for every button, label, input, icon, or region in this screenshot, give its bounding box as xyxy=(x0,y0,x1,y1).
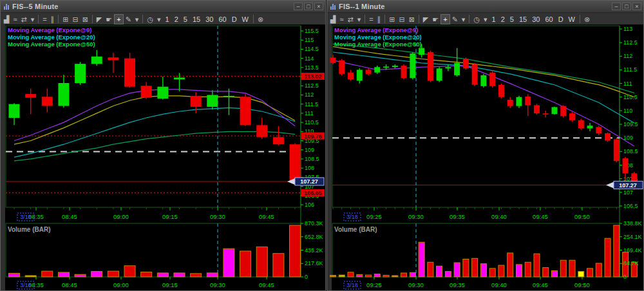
interval-button-2[interactable]: 2 xyxy=(172,15,181,23)
interval-button-1[interactable]: 1 xyxy=(489,15,498,23)
interval-button-60[interactable]: 60 xyxy=(542,15,555,23)
vertical-line-tool-icon[interactable]: ∥ xyxy=(49,14,57,24)
vertical-line-tool-icon[interactable]: ∥ xyxy=(375,14,383,24)
legend-entry: Moving Average (Expone@50) xyxy=(8,41,95,48)
horizontal-line-tool-icon[interactable]: = xyxy=(41,14,48,24)
legend-entry: Moving Average (Expone@20) xyxy=(334,33,422,41)
time-interval-dropdown[interactable]: ▾ xyxy=(482,14,489,24)
time-interval-icon[interactable]: ◷ xyxy=(145,14,155,24)
volume-bar xyxy=(525,262,531,277)
chart-type-dropdown[interactable]: ▾ xyxy=(355,14,363,24)
volume-bar xyxy=(489,268,495,277)
legend-entry: Moving Average (Expone@9) xyxy=(334,26,419,33)
grid-tile-icon[interactable]: ⊠ xyxy=(80,14,90,24)
svg-text:09:40: 09:40 xyxy=(491,213,507,220)
chart-type-icon[interactable]: ▟ xyxy=(328,14,337,24)
svg-text:109.5: 109.5 xyxy=(623,121,638,127)
interval-button-W[interactable]: W xyxy=(566,15,578,23)
interval-button-30[interactable]: 30 xyxy=(203,15,216,23)
draw-tool-dropdown[interactable]: ▾ xyxy=(133,14,141,24)
grid-tile-icon[interactable]: ⊠ xyxy=(407,14,417,24)
grid-cascade-icon[interactable]: ⊟ xyxy=(70,14,80,24)
svg-text:435.2K: 435.2K xyxy=(305,247,323,254)
templates-icon[interactable]: ⇄ xyxy=(19,14,29,24)
interval-button-5[interactable]: 5 xyxy=(181,15,190,23)
toolbar-separator xyxy=(419,15,419,23)
interval-button-2[interactable]: 2 xyxy=(498,15,507,23)
date-label: 3/18 xyxy=(346,214,358,220)
candle-body xyxy=(58,83,69,106)
volume-bar xyxy=(605,238,611,277)
pan-tool-icon[interactable]: ☛ xyxy=(430,14,440,24)
chart-canvas-1min[interactable]: 106.5107107.5108108.5109109.5110110.5111… xyxy=(327,24,643,290)
volume-bar xyxy=(472,258,478,277)
interval-button-D[interactable]: D xyxy=(229,15,240,23)
crosshair-tool-icon[interactable]: + xyxy=(114,14,123,24)
minimize-button[interactable]: – xyxy=(294,3,303,10)
interval-button-15[interactable]: 15 xyxy=(190,15,203,23)
interval-button-60[interactable]: 60 xyxy=(216,15,229,23)
candle-body xyxy=(507,100,513,106)
grid-cascade-icon[interactable]: ⊟ xyxy=(397,14,406,24)
interval-button-30[interactable]: 30 xyxy=(529,15,542,23)
chart-canvas-5min[interactable]: 106106.5107107.5108108.5109109.5110110.5… xyxy=(1,24,325,290)
svg-text:110.5: 110.5 xyxy=(623,94,638,100)
close-button[interactable]: × xyxy=(314,3,323,10)
draw-tool-dropdown[interactable]: ▾ xyxy=(460,14,468,24)
close-indicator-icon[interactable]: ⊗ xyxy=(582,14,592,24)
restore-button[interactable]: □ xyxy=(304,3,313,10)
interval-button-1[interactable]: 1 xyxy=(163,15,172,23)
volume-bar xyxy=(240,251,251,277)
titlebar[interactable]: FIS--5 Minute – □ × xyxy=(1,1,325,13)
candle-body xyxy=(339,61,345,74)
crosshair-tool-icon[interactable]: + xyxy=(440,14,450,24)
candle-body xyxy=(560,106,566,117)
svg-text:09:50: 09:50 xyxy=(574,213,590,220)
candle-body xyxy=(191,96,202,107)
draw-tool-icon[interactable]: ✎ xyxy=(450,14,460,24)
grid-expand-icon[interactable]: ⊞ xyxy=(61,14,70,24)
chart-type-icon[interactable]: ▟ xyxy=(2,14,11,24)
volume-bar xyxy=(174,273,185,277)
volume-bar xyxy=(516,265,522,277)
interval-button-W[interactable]: W xyxy=(240,15,251,23)
candle-body xyxy=(91,57,102,64)
candle-body xyxy=(330,57,336,62)
chart-type-dropdown[interactable]: ▾ xyxy=(29,14,37,24)
minimize-button[interactable]: – xyxy=(612,3,621,10)
candle-body xyxy=(569,113,575,120)
svg-text:111.5: 111.5 xyxy=(623,66,637,73)
titlebar[interactable]: FIS--1 Minute – □ × xyxy=(327,1,643,13)
templates-icon[interactable]: ⇄ xyxy=(346,14,355,24)
candle-body xyxy=(543,113,549,115)
candle-body xyxy=(454,63,460,75)
indicator-icon[interactable]: ≈ xyxy=(337,14,345,24)
indicator-icon[interactable]: ≈ xyxy=(11,14,19,24)
horizontal-line-tool-icon[interactable]: = xyxy=(367,14,375,24)
time-interval-icon[interactable]: ◷ xyxy=(471,14,482,24)
candle-body xyxy=(108,57,118,60)
draw-tool-icon[interactable]: ✎ xyxy=(124,14,133,24)
interval-button-5[interactable]: 5 xyxy=(507,15,516,23)
pointer-tool-icon[interactable]: ◤ xyxy=(421,14,430,24)
chart-background xyxy=(1,24,325,290)
svg-text:652.8K: 652.8K xyxy=(305,234,323,240)
svg-text:110: 110 xyxy=(623,108,632,114)
volume-bar xyxy=(596,263,601,277)
interval-button-15[interactable]: 15 xyxy=(516,15,529,23)
close-indicator-icon[interactable]: ⊗ xyxy=(256,14,265,24)
grid-expand-icon[interactable]: ⊞ xyxy=(387,14,397,24)
volume-bar xyxy=(437,266,442,277)
restore-button[interactable]: □ xyxy=(622,3,631,10)
time-interval-dropdown[interactable]: ▾ xyxy=(155,14,163,24)
interval-button-D[interactable]: D xyxy=(556,15,566,23)
toolbar-separator xyxy=(253,15,254,23)
volume-bar xyxy=(191,274,202,277)
close-button[interactable]: × xyxy=(632,3,641,10)
volume-bar xyxy=(445,272,451,277)
app-chart-icon xyxy=(4,3,9,10)
volume-bar xyxy=(498,265,504,277)
candle-body xyxy=(489,73,495,86)
pointer-tool-icon[interactable]: ◤ xyxy=(95,14,104,24)
pan-tool-icon[interactable]: ☛ xyxy=(104,14,114,24)
